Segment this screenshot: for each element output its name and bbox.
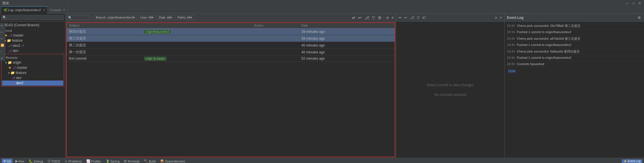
close-right-btn[interactable]: × bbox=[499, 15, 503, 20]
undo-link[interactable]: Undo bbox=[508, 69, 515, 72]
settings-btn[interactable]: ⚙ bbox=[377, 15, 382, 20]
event-log-title: Event Log bbox=[507, 16, 637, 20]
minimize-btn[interactable]: — bbox=[625, 1, 629, 5]
sidebar-icon-4[interactable]: 🔀 bbox=[1, 44, 4, 47]
dev-local-label: dev bbox=[13, 49, 18, 53]
right-toolbar-right: ≡ × bbox=[494, 15, 503, 20]
git-log-toolbar: | Branch: origin/feature/dev2▾ User: All… bbox=[66, 14, 396, 22]
table-row[interactable]: first commit origin & master 52 minutes … bbox=[67, 56, 395, 62]
commit-author-3 bbox=[252, 42, 299, 49]
tree-branch-dev2-local[interactable]: ⎇ dev2 ↗ bbox=[0, 43, 65, 48]
tree-branch-dev-remote[interactable]: ⎇ dev bbox=[2, 75, 63, 81]
close-console-icon[interactable]: ✕ bbox=[63, 8, 65, 11]
todo-tab-icon: ☑ bbox=[48, 159, 50, 163]
branch-view-btn[interactable]: ⎇ bbox=[364, 15, 370, 20]
tree-branch-master-local[interactable]: ★ ⎇ master bbox=[0, 33, 65, 38]
event-entry-1: 19:34 Cherry-pick successful: 24c788a0 第… bbox=[505, 23, 644, 29]
tree-folder-feature-local[interactable]: ▾ 📁 feature bbox=[0, 38, 65, 43]
maximize-btn[interactable]: □ bbox=[631, 1, 635, 5]
title-bar: 预览 — □ ✕ bbox=[0, 0, 644, 6]
tree-folder-origin[interactable]: ▾ 📁 origin bbox=[2, 60, 63, 65]
event-log-indicator[interactable]: ⚡ Event Log bbox=[622, 159, 642, 163]
tab-debug[interactable]: 🐛 Debug bbox=[27, 159, 44, 163]
tab-terminal[interactable]: ⊞ Terminal bbox=[122, 159, 141, 163]
user-filter-btn[interactable]: User: All▾ bbox=[138, 15, 156, 20]
table-row[interactable]: 第四次提交 origin/feature/dev2 39 minutes ago bbox=[67, 28, 395, 35]
tree-branch-dev-local[interactable]: ⎇ dev bbox=[0, 48, 65, 53]
tab-run[interactable]: ▶ Run bbox=[14, 159, 26, 163]
table-row[interactable]: 第二次提交 40 minutes ago bbox=[67, 42, 395, 49]
git-log-tab[interactable]: 🌿 Log: origin/feature/dev2 ✕ bbox=[1, 6, 48, 14]
close-btn[interactable]: ✕ bbox=[638, 1, 642, 5]
close-tab-icon[interactable]: ✕ bbox=[43, 9, 45, 12]
col-author: Author bbox=[252, 23, 299, 28]
sidebar-icon-5[interactable]: ↕ bbox=[1, 50, 4, 53]
merge-btn[interactable]: ⎇ bbox=[409, 15, 415, 20]
collapse-right-btn[interactable]: ≡ bbox=[494, 15, 498, 20]
tag-btn[interactable]: 🏷 bbox=[421, 15, 427, 20]
commit-date-2: 39 minutes ago bbox=[299, 35, 395, 42]
commit-search-input[interactable] bbox=[67, 15, 89, 20]
branch-filter-btn[interactable]: Branch: origin/feature/dev2▾ bbox=[94, 15, 137, 20]
event-time-7: 19:39 bbox=[507, 62, 515, 66]
spring-icon: 🍃 bbox=[106, 159, 110, 163]
tab-todo[interactable]: ☑ TODO bbox=[46, 159, 62, 163]
tab-dependencies[interactable]: 📦 Dependencies bbox=[158, 159, 187, 163]
path-filter-btn[interactable]: Paths: All▾ bbox=[175, 15, 194, 20]
filter-btn2[interactable]: ▽ bbox=[371, 15, 376, 20]
refresh-btn[interactable]: ↩ bbox=[357, 15, 362, 20]
tab-git[interactable]: ⊕ Git bbox=[2, 159, 13, 163]
collapse-panel-btn[interactable]: × bbox=[391, 15, 395, 20]
sidebar-icon-2[interactable]: ↩ bbox=[1, 31, 4, 34]
filter-right-btn[interactable]: ▽ bbox=[416, 15, 420, 20]
event-time-6: 19:34 bbox=[507, 56, 515, 59]
main-area: ▾ HEAD (Current Branch) ▾ Local ★ ⎇ mast… bbox=[0, 14, 644, 158]
select-commit-text: Select commit to view changes bbox=[427, 83, 474, 87]
table-row[interactable]: 第三次提交 39 minutes ago bbox=[67, 35, 395, 42]
branch-icon-master-r: ⎇ bbox=[12, 66, 16, 70]
build-icon: 🔨 bbox=[144, 159, 148, 163]
tree-branch-dev2-remote[interactable]: ⎇ dev2 bbox=[2, 81, 63, 86]
commit-tags-4 bbox=[142, 49, 252, 56]
git-label: 🌿 bbox=[3, 8, 7, 12]
sidebar-search-input[interactable] bbox=[1, 15, 64, 20]
commit-subject-3: 第二次提交 bbox=[67, 42, 142, 49]
edit-btn[interactable]: ✏ bbox=[398, 15, 402, 20]
event-log-settings-btn[interactable]: ⚙ bbox=[637, 15, 642, 20]
console-tab[interactable]: Console ✕ bbox=[48, 6, 68, 14]
head-label: HEAD (Current Branch) bbox=[3, 23, 39, 27]
sidebar-icon-6[interactable]: ⚙ bbox=[1, 57, 4, 60]
master-local-label: master bbox=[13, 33, 24, 37]
table-row[interactable]: 第一次提交 40 minutes ago bbox=[67, 49, 395, 56]
run-tab-icon: ▶ bbox=[15, 159, 18, 163]
dev2-local-label: dev2 bbox=[13, 44, 20, 48]
date-filter-btn[interactable]: Date: All▾ bbox=[157, 15, 174, 20]
tab-profiler[interactable]: 📈 Profiler bbox=[85, 159, 103, 163]
git-tab-label: Git bbox=[7, 160, 11, 163]
local-label: Local bbox=[4, 29, 12, 32]
origin-label: origin bbox=[13, 61, 21, 65]
collapse-btn[interactable]: ⇄ bbox=[351, 15, 356, 20]
tree-branch-master-remote[interactable]: ★ ⎇ master bbox=[2, 65, 63, 70]
origin-folder-icon: 📁 bbox=[8, 61, 12, 65]
tab-build[interactable]: 🔨 Build bbox=[142, 159, 157, 163]
commit-date-1: 39 minutes ago bbox=[299, 28, 395, 35]
event-entry-6: 19:34 Pushed 1 commit to origin/feature/… bbox=[505, 55, 644, 61]
tree-remote-section[interactable]: ▾ Remote bbox=[2, 55, 63, 60]
commit-author-1 bbox=[252, 28, 299, 35]
sidebar-icon-3[interactable]: ✂ bbox=[1, 37, 4, 40]
tree-local-section[interactable]: ▾ Local bbox=[0, 28, 65, 33]
undo-btn[interactable]: ↩ bbox=[403, 15, 408, 20]
remote-label: Remote bbox=[6, 56, 17, 59]
tree-folder-feature-remote[interactable]: ▾ 📁 feature bbox=[2, 70, 63, 75]
event-time-5: 19:34 bbox=[507, 50, 515, 53]
git-tab-icon: ⊕ bbox=[3, 159, 6, 163]
deps-icon: 📦 bbox=[160, 159, 164, 163]
event-text-2: Pushed 1 commit to origin/feature/dev2 bbox=[517, 30, 571, 34]
dev2-remote-label: dev2 bbox=[16, 81, 23, 85]
expand-btn[interactable]: ≡ bbox=[386, 15, 390, 20]
tab-problems[interactable]: ⚠ Problems bbox=[63, 159, 83, 163]
tab-spring[interactable]: 🍃 Spring bbox=[104, 159, 121, 163]
tree-head[interactable]: ▾ HEAD (Current Branch) bbox=[0, 23, 65, 28]
sidebar-icon-1[interactable]: ⊕ bbox=[1, 24, 4, 27]
